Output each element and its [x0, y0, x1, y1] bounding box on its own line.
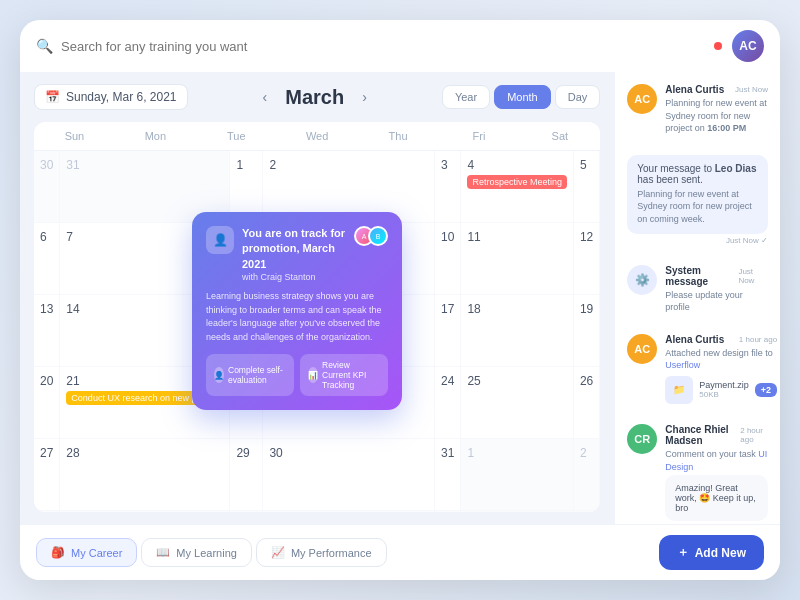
popup-body: Learning business strategy shows you are… [206, 290, 388, 344]
event-pill: Retrospective Meeting [467, 175, 567, 189]
nav-controls: ‹ March › [257, 86, 373, 109]
attachment-icon: 📁 [665, 376, 693, 404]
popup-title: You are on track for promotion, March 20… [242, 226, 352, 272]
table-row[interactable]: 5 [574, 151, 600, 223]
avatar-chance: CR [627, 424, 657, 454]
table-row[interactable]: 26 [574, 367, 600, 439]
search-right: AC [714, 30, 764, 62]
table-row[interactable]: 6 [34, 223, 60, 295]
table-row[interactable]: 17 [435, 295, 461, 367]
table-row[interactable]: 30 [34, 151, 60, 223]
view-day-button[interactable]: Day [555, 85, 601, 109]
popup-avatar-2: B [368, 226, 388, 246]
msg-time-alena-2: 1 hour ago [739, 335, 777, 344]
attachment-name: Payment.zip [699, 380, 749, 390]
calendar-icon: 📅 [45, 90, 60, 104]
table-row[interactable]: 1 [461, 439, 574, 511]
content-area: 📅 Sunday, Mar 6, 2021 ‹ March › Year Mon… [20, 72, 780, 524]
day-header-sun: Sun [34, 122, 115, 150]
msg-name: Alena Curtis [665, 84, 724, 95]
next-month-button[interactable]: › [356, 87, 373, 107]
sent-message-header: Your message to Leo Dias has been sent. [637, 163, 758, 185]
table-row[interactable]: 27 [34, 439, 60, 511]
message-item-chance: CR Chance Rhiel Madsen 2 hour ago Commen… [627, 424, 768, 521]
msg-header-chance: Chance Rhiel Madsen 2 hour ago [665, 424, 768, 446]
self-evaluation-button[interactable]: 👤 Complete self-evaluation [206, 354, 294, 396]
avatar-alena-1: AC [627, 84, 657, 114]
performance-icon: 📈 [271, 546, 285, 559]
add-label: Add New [695, 546, 746, 560]
ui-design-link[interactable]: UI Design [665, 449, 767, 472]
table-row[interactable]: 6 Planning and Meeting for new project [263, 511, 435, 512]
right-panel: AC Alena Curtis Just Now Planning for ne… [614, 72, 780, 524]
self-eval-icon: 👤 [214, 367, 224, 383]
msg-header-system: System message Just Now [665, 265, 768, 287]
chat-bubble: Amazing! Great work, 🤩 Keep it up, bro [665, 475, 768, 521]
msg-name-chance: Chance Rhiel Madsen [665, 424, 740, 446]
table-row[interactable]: 24 [435, 367, 461, 439]
table-row[interactable]: 3 [34, 511, 60, 512]
popup-subtitle: with Craig Stanton [242, 272, 352, 282]
popup-avatars: A B [360, 226, 388, 246]
bottom-bar: 🎒 My Career 📖 My Learning 📈 My Performan… [20, 524, 780, 580]
message-box-inner: Your message to Leo Dias has been sent. … [627, 155, 768, 234]
table-row[interactable]: 3 [435, 151, 461, 223]
day-headers: Sun Mon Tue Wed Thu Fri Sat [34, 122, 600, 151]
main-container: 🔍 AC 📅 Sunday, Mar 6, 2021 ‹ March › [20, 20, 780, 580]
view-toggles: Year Month Day [442, 85, 600, 109]
bottom-tabs: 🎒 My Career 📖 My Learning 📈 My Performan… [36, 538, 387, 567]
add-new-button[interactable]: ＋ Add New [659, 535, 764, 570]
table-row[interactable]: 20 [34, 367, 60, 439]
performance-label: My Performance [291, 547, 372, 559]
tab-my-career[interactable]: 🎒 My Career [36, 538, 137, 567]
view-year-button[interactable]: Year [442, 85, 490, 109]
msg-text-chance: Comment on your task UI Design [665, 448, 768, 473]
table-row[interactable]: 2 [574, 439, 600, 511]
table-row[interactable]: 18 [461, 295, 574, 367]
career-label: My Career [71, 547, 122, 559]
msg-content-system: System message Just Now Please update yo… [665, 265, 768, 314]
msg-text: Planning for new event at Sydney room fo… [665, 97, 768, 135]
table-row[interactable]: 4 [60, 511, 230, 512]
table-row[interactable]: 7 [435, 511, 461, 512]
table-row[interactable]: 12 [574, 223, 600, 295]
view-month-button[interactable]: Month [494, 85, 551, 109]
table-row[interactable]: 11 [461, 223, 574, 295]
month-title: March [285, 86, 344, 109]
table-row[interactable]: 30 [263, 439, 435, 511]
day-header-thu: Thu [358, 122, 439, 150]
msg-header: Alena Curtis Just Now [665, 84, 768, 95]
table-row[interactable]: 28 [60, 439, 230, 511]
sent-time: Just Now ✓ [627, 236, 768, 245]
learning-label: My Learning [176, 547, 237, 559]
msg-text-system: Please update your profile [665, 289, 768, 314]
prev-month-button[interactable]: ‹ [257, 87, 274, 107]
table-row[interactable]: 5 [230, 511, 263, 512]
notification-dot [714, 42, 722, 50]
table-row[interactable]: 4 Retrospective Meeting [461, 151, 574, 223]
table-row[interactable]: 13 [34, 295, 60, 367]
table-row[interactable]: 9 [574, 511, 600, 512]
attachment-row: 📁 Payment.zip 50KB +2 [665, 376, 777, 404]
tab-my-performance[interactable]: 📈 My Performance [256, 538, 387, 567]
table-row[interactable]: 10 [435, 223, 461, 295]
table-row[interactable]: 8 [461, 511, 574, 512]
table-row[interactable]: 25 [461, 367, 574, 439]
tab-my-learning[interactable]: 📖 My Learning [141, 538, 252, 567]
user-avatar[interactable]: AC [732, 30, 764, 62]
calendar-section: 📅 Sunday, Mar 6, 2021 ‹ March › Year Mon… [20, 72, 614, 524]
search-icon: 🔍 [36, 38, 53, 54]
plus-badge: +2 [755, 383, 777, 397]
sent-message-text: Planning for new event at Sydney room fo… [637, 188, 758, 226]
add-icon: ＋ [677, 544, 689, 561]
userflow-link[interactable]: Userflow [665, 360, 700, 370]
popup-actions: 👤 Complete self-evaluation 📊 Review Curr… [206, 354, 388, 396]
search-input[interactable] [61, 39, 361, 54]
calendar-grid: Sun Mon Tue Wed Thu Fri Sat 30 31 1 2 3 [34, 122, 600, 512]
kpi-tracking-button[interactable]: 📊 Review Current KPI Tracking [300, 354, 388, 396]
popup-icon: 👤 [206, 226, 234, 254]
table-row[interactable]: 31 [435, 439, 461, 511]
table-row[interactable]: 29 [230, 439, 263, 511]
table-row[interactable]: 19 [574, 295, 600, 367]
avatar-alena-2: AC [627, 334, 657, 364]
